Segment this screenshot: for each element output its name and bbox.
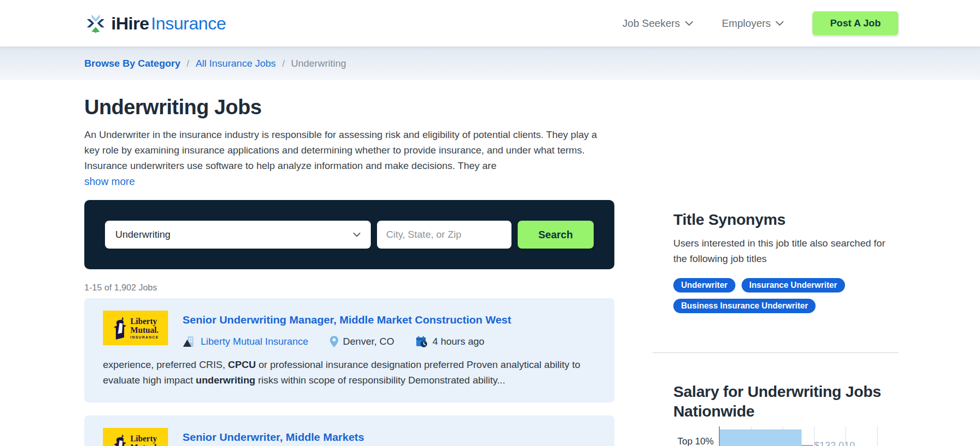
job-title-link[interactable]: Senior Underwriter, Middle Markets	[183, 431, 364, 443]
chart-plot-area: $132,010	[719, 426, 898, 446]
nav-employers-label: Employers	[722, 18, 771, 29]
salary-chart: Top 10% $132,010	[673, 426, 898, 446]
synonym-tag[interactable]: Business Insurance Underwriter	[673, 299, 816, 313]
location-text: Denver, CO	[343, 336, 394, 347]
breadcrumb: Browse By Category / All Insurance Jobs …	[84, 58, 346, 69]
synonym-tag[interactable]: Insurance Underwriter	[742, 278, 845, 293]
ihire-star-icon	[84, 12, 107, 35]
job-snippet: experience, preferred CRIS, CPCU or prof…	[103, 357, 589, 388]
page-description: An Underwriter in the insurance industry…	[84, 127, 614, 174]
job-card: Liberty Mutual. INSURANCE Senior Underwr…	[84, 298, 614, 403]
brand-name-bold: iHire	[111, 13, 149, 33]
logo-line1: Liberty	[130, 317, 159, 326]
brand-name-light: Insurance	[151, 13, 226, 33]
breadcrumb-current: Underwriting	[291, 58, 346, 69]
synonym-tag[interactable]: Underwriter	[673, 278, 735, 293]
title-synonyms-heading: Title Synonyms	[673, 211, 898, 228]
posted-meta: 4 hours ago	[416, 336, 484, 348]
location-input[interactable]	[377, 221, 511, 249]
nav-job-seekers[interactable]: Job Seekers	[623, 18, 693, 29]
brand-logo[interactable]: iHireInsurance	[84, 12, 226, 35]
chart-bar-top-10	[720, 429, 802, 446]
company-logo: Liberty Mutual. INSURANCE	[103, 311, 168, 345]
breadcrumb-browse-by-category[interactable]: Browse By Category	[84, 58, 180, 69]
chevron-down-icon	[353, 233, 360, 237]
breadcrumb-all-insurance-jobs[interactable]: All Insurance Jobs	[195, 58, 276, 69]
location-pin-icon	[330, 336, 338, 348]
search-button[interactable]: Search	[518, 221, 594, 249]
job-title-select[interactable]: Underwriting	[105, 221, 371, 249]
company-logo: Liberty Mutual. INSURANCE	[103, 428, 168, 446]
company-meta: Liberty Mutual Insurance	[183, 335, 308, 348]
brand-text: iHireInsurance	[111, 13, 226, 34]
breadcrumb-separator: /	[282, 58, 284, 69]
chevron-down-icon	[685, 21, 693, 26]
logo-line2: Mutual.	[130, 326, 159, 334]
statue-of-liberty-icon	[112, 433, 128, 446]
page-title: Underwriting Jobs	[84, 96, 614, 119]
sidebar-divider	[653, 352, 898, 353]
job-title-link[interactable]: Senior Underwriting Manager, Middle Mark…	[183, 314, 511, 326]
synonym-tags: Underwriter Insurance Underwriter Busine…	[673, 278, 898, 313]
chart-callout: $132,010	[802, 440, 855, 446]
title-synonyms-subtitle: Users interested in this job title also …	[673, 236, 898, 267]
results-count: 1-15 of 1,902 Jobs	[84, 283, 614, 293]
posted-time: 4 hours ago	[432, 336, 484, 347]
show-more-link[interactable]: show more	[84, 176, 135, 188]
job-title-select-value: Underwriting	[115, 229, 171, 240]
post-a-job-button[interactable]: Post A Job	[812, 11, 898, 35]
chart-row-label: Top 10%	[673, 426, 719, 446]
breadcrumb-bar: Browse By Category / All Insurance Jobs …	[0, 47, 980, 80]
location-meta: Denver, CO	[330, 336, 394, 348]
job-search-panel: Underwriting Search	[84, 200, 614, 269]
sidebar: Title Synonyms Users interested in this …	[673, 80, 898, 446]
company-link[interactable]: Liberty Mutual Insurance	[201, 336, 308, 347]
statue-of-liberty-icon	[112, 316, 128, 341]
logo-line1: Liberty	[130, 434, 159, 443]
nav-job-seekers-label: Job Seekers	[623, 18, 680, 29]
nav-employers[interactable]: Employers	[722, 18, 783, 29]
site-header: iHireInsurance Job Seekers Employers Pos…	[0, 0, 980, 47]
job-card: Liberty Mutual. INSURANCE Senior Underwr…	[84, 416, 614, 446]
chevron-down-icon	[776, 21, 783, 26]
company-building-icon	[183, 335, 196, 348]
logo-line3: INSURANCE	[130, 335, 159, 339]
salary-heading: Salary for Underwriting Jobs Nationwide	[673, 382, 898, 421]
breadcrumb-separator: /	[187, 58, 189, 69]
chart-value-label: $132,010	[814, 440, 855, 446]
calendar-clock-icon	[416, 336, 428, 348]
logo-line2: Mutual.	[130, 443, 159, 446]
